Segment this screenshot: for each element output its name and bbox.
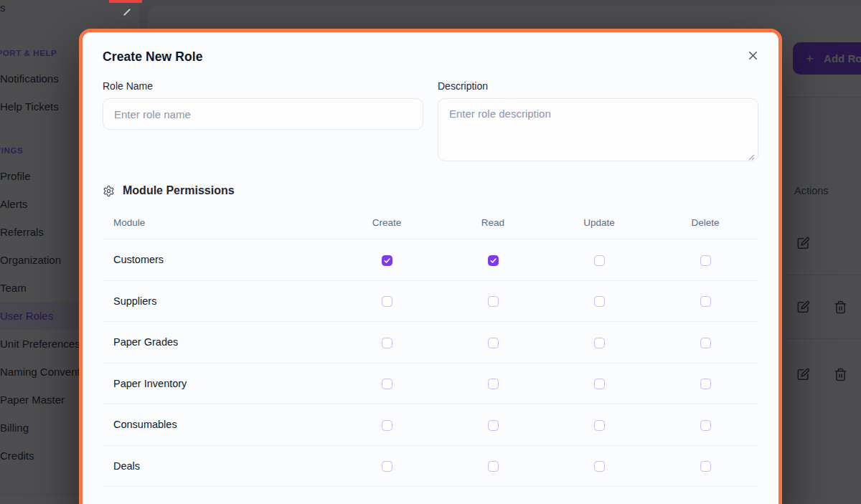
permissions-table-header: ModuleCreateReadUpdateDelete <box>103 206 758 239</box>
module-name: Consumables <box>103 419 334 430</box>
checkbox-customers-read[interactable] <box>488 255 499 266</box>
x-icon <box>747 49 759 62</box>
checkbox-suppliers-read[interactable] <box>488 296 499 307</box>
checkbox-paper-inventory-delete[interactable] <box>700 379 711 389</box>
checkbox-paper-grades-create[interactable] <box>382 338 392 348</box>
role-name-field-group: Role Name <box>103 80 423 161</box>
screen: s SUPPORT & HELPNotificationsHelp Ticket… <box>0 0 861 504</box>
checkbox-paper-inventory-update[interactable] <box>594 379 605 389</box>
module-name: Deals <box>103 460 334 472</box>
modal-title: Create New Role <box>103 49 203 65</box>
column-header-create: Create <box>334 217 440 228</box>
checkbox-paper-inventory-create[interactable] <box>382 379 392 389</box>
description-label: Description <box>438 80 758 92</box>
checkbox-deals-create[interactable] <box>382 461 392 472</box>
checkbox-consumables-read[interactable] <box>488 420 499 431</box>
permission-row-customers: Customers <box>103 239 758 281</box>
checkbox-deals-delete[interactable] <box>700 461 711 472</box>
checkbox-customers-update[interactable] <box>594 255 605 266</box>
checkbox-customers-delete[interactable] <box>700 255 711 266</box>
checkbox-suppliers-create[interactable] <box>382 296 392 307</box>
checkbox-paper-grades-delete[interactable] <box>700 338 711 348</box>
column-header-update: Update <box>546 217 652 228</box>
checkbox-paper-inventory-read[interactable] <box>488 379 499 389</box>
permission-row-suppliers: Suppliers <box>103 281 758 323</box>
module-name: Paper Inventory <box>103 378 334 389</box>
checkbox-paper-grades-read[interactable] <box>488 338 499 348</box>
role-name-label: Role Name <box>103 80 423 92</box>
permission-row-consumables: Consumables <box>103 404 758 446</box>
checkbox-consumables-create[interactable] <box>382 420 392 431</box>
checkbox-consumables-delete[interactable] <box>700 420 711 431</box>
permission-row-paper-inventory: Paper Inventory <box>103 363 758 405</box>
clipped-chevron-icon <box>123 9 131 16</box>
module-name: Customers <box>103 254 334 265</box>
checkbox-customers-create[interactable] <box>382 255 392 266</box>
checkbox-suppliers-update[interactable] <box>594 296 605 307</box>
module-name: Suppliers <box>103 295 334 307</box>
role-name-input[interactable] <box>103 98 423 130</box>
module-permissions-heading: Module Permissions <box>103 184 758 197</box>
close-button[interactable] <box>744 47 761 64</box>
permission-row-paper-grades: Paper Grades <box>103 322 758 363</box>
checkbox-deals-update[interactable] <box>594 461 605 472</box>
description-field-group: Description <box>438 80 758 161</box>
column-header-delete: Delete <box>652 217 758 228</box>
column-header-module: Module <box>103 217 334 228</box>
checkbox-deals-read[interactable] <box>488 461 499 472</box>
permissions-table: ModuleCreateReadUpdateDelete CustomersSu… <box>103 206 758 487</box>
clipped-red-badge <box>109 0 142 3</box>
module-permissions-title: Module Permissions <box>123 184 235 197</box>
checkbox-suppliers-delete[interactable] <box>700 296 711 307</box>
permission-row-deals: Deals <box>103 446 758 488</box>
description-textarea[interactable] <box>438 98 758 161</box>
checkbox-paper-grades-update[interactable] <box>594 338 605 348</box>
module-name: Paper Grades <box>103 336 334 348</box>
gear-icon <box>103 185 115 197</box>
create-role-modal: Create New Role Role Name Description <box>79 29 782 504</box>
column-header-read: Read <box>440 217 546 228</box>
checkbox-consumables-update[interactable] <box>594 420 605 431</box>
